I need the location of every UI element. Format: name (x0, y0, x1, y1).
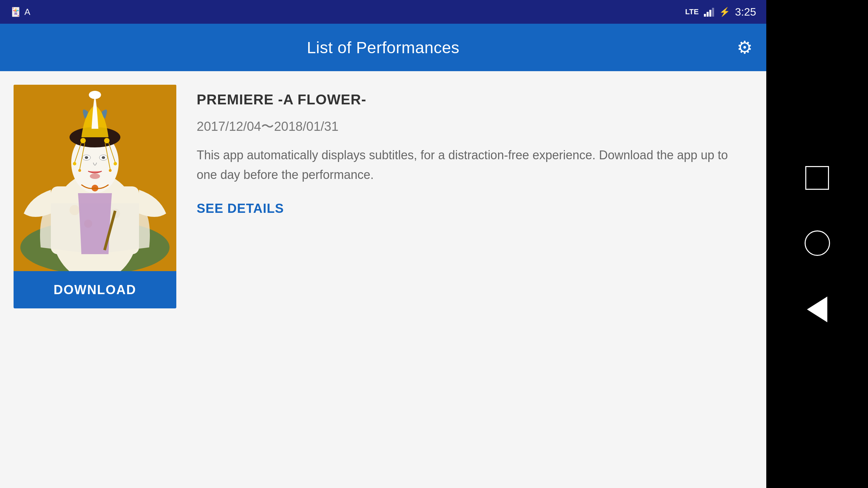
performance-image (14, 85, 176, 271)
back-button[interactable] (807, 297, 827, 322)
settings-icon[interactable]: ⚙ (737, 37, 753, 58)
see-details-button[interactable]: SEE DETAILS (197, 201, 732, 216)
clock: 3:25 (735, 6, 756, 18)
status-bar-left: 🃏 A (10, 7, 30, 17)
keyboard-icon: A (24, 7, 30, 17)
svg-point-10 (85, 156, 88, 159)
home-button[interactable] (805, 230, 830, 256)
recent-apps-button[interactable] (805, 166, 829, 190)
performance-info: PREMIERE -A FLOWER- 2017/12/04〜2018/01/3… (176, 85, 753, 308)
download-button[interactable]: DOWNLOAD (14, 271, 176, 308)
image-container: DOWNLOAD (14, 85, 176, 308)
android-navigation (766, 0, 868, 488)
download-button-label: DOWNLOAD (54, 283, 136, 297)
page-title: List of Performances (307, 38, 459, 57)
svg-point-23 (114, 162, 117, 165)
app-bar: List of Performances ⚙ (0, 24, 766, 71)
status-bar: 🃏 A LTE ⚡ 3:25 (0, 0, 766, 24)
svg-point-19 (73, 162, 76, 165)
performance-title: PREMIERE -A FLOWER- (197, 92, 732, 108)
sim-icon: 🃏 (10, 7, 21, 17)
svg-point-20 (78, 169, 81, 172)
performance-card: DOWNLOAD PREMIERE -A FLOWER- 2017/12/04〜… (14, 85, 753, 308)
svg-point-12 (90, 174, 100, 179)
performance-dates: 2017/12/04〜2018/01/31 (197, 118, 732, 135)
content-area: DOWNLOAD PREMIERE -A FLOWER- 2017/12/04〜… (0, 71, 766, 488)
lte-indicator: LTE (685, 7, 699, 16)
signal-strength-icon (704, 7, 714, 17)
svg-point-24 (109, 169, 112, 172)
performance-description: This app automatically displays subtitle… (197, 145, 732, 184)
battery-icon: ⚡ (719, 7, 730, 17)
svg-point-14 (89, 91, 101, 99)
status-bar-right: LTE ⚡ 3:25 (685, 6, 756, 18)
noh-figure-illustration (14, 85, 176, 271)
svg-point-11 (102, 156, 105, 159)
